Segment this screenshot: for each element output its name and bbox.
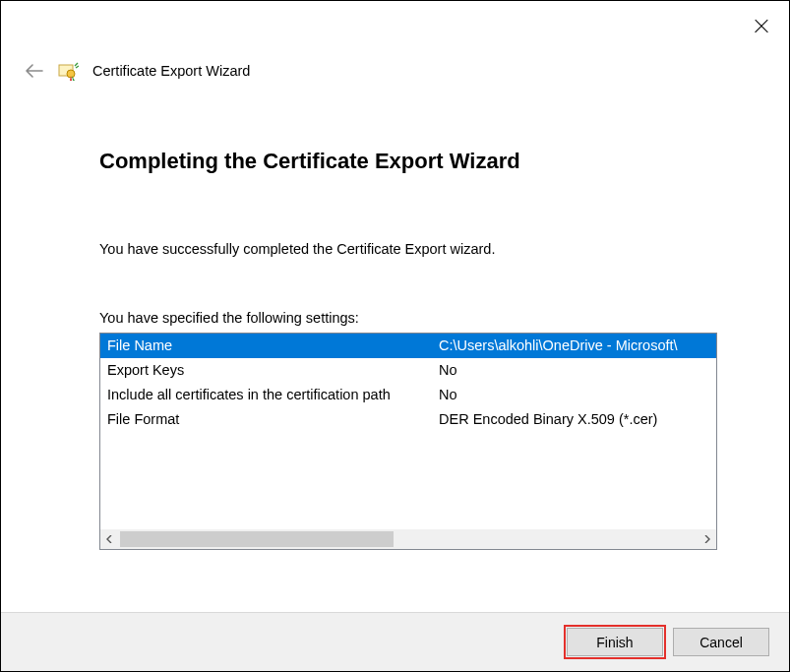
table-row[interactable]: File Name C:\Users\alkohli\OneDrive - Mi…: [100, 334, 716, 358]
row-value: C:\Users\alkohli\OneDrive - Microsoft\: [439, 334, 716, 358]
back-arrow-icon[interactable]: [26, 64, 43, 78]
table-row[interactable]: Include all certificates in the certific…: [100, 383, 716, 407]
page-title: Completing the Certificate Export Wizard: [99, 149, 720, 174]
horizontal-scrollbar[interactable]: [100, 529, 716, 549]
scrollbar-thumb[interactable]: [120, 531, 394, 547]
row-key: File Name: [107, 334, 439, 358]
row-value: No: [439, 383, 716, 407]
table-row[interactable]: Export Keys No: [100, 358, 716, 383]
scroll-left-icon[interactable]: [100, 529, 120, 549]
wizard-footer: Finish Cancel: [1, 612, 789, 671]
success-message: You have successfully completed the Cert…: [99, 241, 720, 257]
scrollbar-track[interactable]: [120, 529, 697, 549]
wizard-title: Certificate Export Wizard: [92, 63, 250, 79]
wizard-content: Completing the Certificate Export Wizard…: [1, 82, 789, 550]
finish-button[interactable]: Finish: [567, 628, 663, 656]
row-value: No: [439, 358, 716, 383]
settings-label: You have specified the following setting…: [99, 310, 720, 326]
row-key: Export Keys: [107, 358, 439, 383]
settings-listview[interactable]: File Name C:\Users\alkohli\OneDrive - Mi…: [99, 333, 717, 550]
row-key: File Format: [107, 407, 439, 432]
row-key: Include all certificates in the certific…: [107, 383, 439, 407]
row-value: DER Encoded Binary X.509 (*.cer): [439, 407, 716, 432]
table-row[interactable]: File Format DER Encoded Binary X.509 (*.…: [100, 407, 716, 432]
wizard-header: Certificate Export Wizard: [1, 1, 789, 82]
cancel-button[interactable]: Cancel: [673, 628, 769, 656]
certificate-icon: [57, 60, 79, 82]
scroll-right-icon[interactable]: [697, 529, 716, 549]
close-icon[interactable]: [754, 19, 769, 34]
